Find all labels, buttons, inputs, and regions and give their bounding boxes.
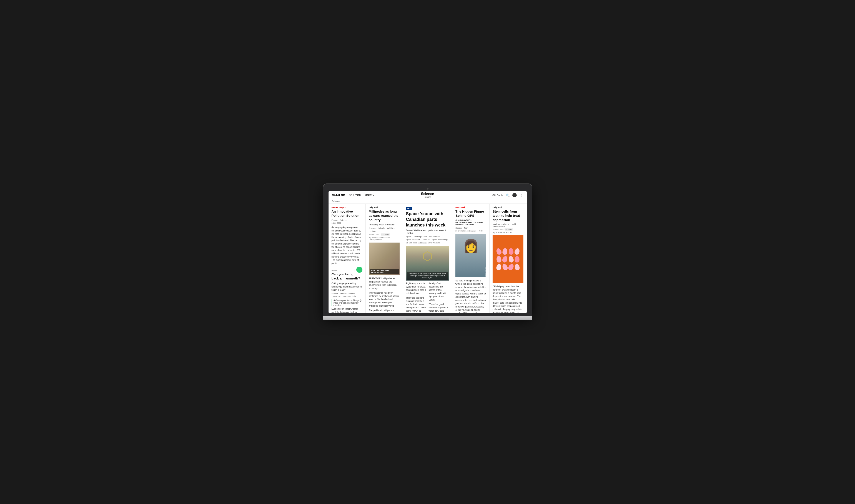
article-tags-1b: Science · Animals · Wildlife (332, 292, 363, 295)
article-date-2: 21 Dec 2021 (369, 233, 380, 236)
article-meta-5: 21 Dec 2021 +8 more By ROGER DOBSON (492, 228, 523, 234)
tag-dot2: · (386, 227, 386, 229)
article-date-3: 21 Dec 2021 (406, 242, 417, 244)
article-body-1b: Cutting-edge gene-editing technology mig… (332, 282, 363, 292)
article-body-1c: Ever since Michael Crichton published Ju… (332, 307, 363, 313)
fossil-image-label: HOW THE CREATURE MEASURES UP (370, 269, 399, 274)
col1b-menu-icon[interactable]: ⋮ (353, 269, 356, 272)
webb-telescope-image: ⬡ Technicians lift the mirror of the Jam… (406, 246, 449, 281)
camera (427, 188, 429, 190)
tag-wildlife: Wildlife (387, 227, 394, 229)
source-logo-3: BBC (406, 208, 412, 210)
article-body-2b: Their existence has been confirmed by an… (369, 291, 400, 307)
nav-more[interactable]: MORE ▾ (365, 194, 374, 197)
article-more-tags-4: +1 more (467, 230, 476, 232)
laptop-base (323, 316, 532, 320)
content-area: ⋮ Reader's Digest An Innovative Pollutio… (329, 204, 527, 313)
avatar[interactable] (512, 193, 517, 197)
gladys-avatar: 👩 (463, 238, 479, 254)
webb-image-caption: Technicians lift the mirror of the James… (407, 272, 448, 280)
col1-menu-icon[interactable]: ⋮ (361, 206, 364, 210)
article-body-3b: Three are the right distance from their … (406, 296, 426, 313)
article-body-2c: The prehistoric millipede is believed to… (369, 309, 400, 313)
page-subtitle: Canada (421, 196, 434, 198)
article-col-5: ⋮ Daily Mail Stem cells from teeth to he… (490, 204, 526, 313)
article-date-1: 1 Jan 2022 (332, 222, 341, 224)
page-title: Science (421, 192, 434, 196)
col3-menu-icon[interactable]: ⋮ (448, 206, 450, 210)
laptop-container: CATALOG FOR YOU MORE ▾ Science Canada Gi… (323, 184, 532, 320)
app-header: CATALOG FOR YOU MORE ▾ Science Canada Gi… (329, 191, 527, 199)
article-author-4: — M.G. (476, 230, 483, 232)
article-author-3: BOB WEBER (428, 242, 440, 244)
nav-for-you[interactable]: FOR YOU (349, 194, 361, 197)
screen-bezel: CATALOG FOR YOU MORE ▾ Science Canada Gi… (323, 184, 532, 316)
article-meta-2: 21 Dec 2021 +15 more By Victoria Allen S… (369, 233, 400, 241)
source-logo-5: Daily Mail (492, 206, 523, 209)
tag-science-3: Science (423, 239, 430, 241)
tag-dot-3d: · (431, 239, 431, 241)
read-more-btn-1[interactable]: → (356, 267, 363, 273)
article-date-4: 24 Dec 2021 (455, 230, 467, 232)
nav-more-label: MORE (365, 194, 373, 197)
tag-zoology: Zoology (369, 230, 376, 232)
tag-science: Science (369, 227, 376, 229)
article-body-4a: It's hard to imagine a world without the… (455, 279, 486, 313)
tag-space-tech: Space Technology (432, 239, 448, 241)
article-body-1: Growing up kayaking around the southwest… (332, 226, 363, 265)
source-logo-2: Daily Mail (369, 206, 400, 209)
tag-space-research: Space Research (406, 239, 420, 241)
gladys-west-image: 👩 FIGURE GETTY (455, 234, 486, 277)
article-title-4: The Hidden Figure Behind GPS (455, 209, 486, 218)
article-body-3c: density. Could oceans lap the shores of … (429, 282, 449, 301)
article-title-3: Space 'scope with Canadian parts launche… (406, 211, 449, 228)
article-subtitle-2: Amazing fossil find North (369, 223, 400, 226)
source-logo-4: Newsweek (455, 206, 486, 209)
search-icon[interactable]: 🔍 (506, 193, 510, 197)
article-tags-1: Ecology · Science (332, 219, 363, 221)
more-options-icon[interactable]: ⋮ (519, 193, 523, 197)
article-author-1b: Henry Nicholls (344, 295, 356, 298)
tag-dot-3b: · (441, 236, 441, 238)
article-col-4: ⋮ Newsweek The Hidden Figure Behind GPS … (452, 204, 490, 313)
photo-credit: FIGURE GETTY (485, 267, 486, 277)
article-body-3a: Right now, in a solar system far, far aw… (406, 282, 426, 295)
source-logo-1: Reader's Digest (332, 206, 363, 209)
article-meta-1: 1 Jan 2022 (332, 222, 363, 224)
col5-menu-icon[interactable]: ⋮ (522, 206, 525, 210)
article-title-5: Stem cells from teeth to help treat depr… (492, 209, 523, 222)
article-meta-4: 24 Dec 2021 +1 more — M.G. (455, 230, 486, 232)
article-meta-3: 21 Dec 2021 +23 more BOB WEBER (406, 242, 449, 244)
article-more-tags-5: +8 more (505, 228, 513, 231)
article-title-1: An Innovative Pollution Solution (332, 209, 363, 218)
article-tags-5: Medicine · Science · Health · Mental Hea… (492, 223, 523, 228)
article-col-2: ⋮ Daily Mail Millipedes as long as cars … (366, 204, 403, 313)
col4-menu-icon[interactable]: ⋮ (485, 206, 488, 210)
article-body-2a: PREDATORY millipedes as long as cars roa… (369, 277, 400, 290)
tag-dot: · (377, 227, 377, 229)
article-col-3: ⋮ BBC Space 'scope with Canadian parts l… (403, 204, 452, 313)
screen: CATALOG FOR YOU MORE ▾ Science Canada Gi… (329, 191, 527, 313)
candy-grid (494, 246, 522, 272)
article-body-5: DEnTal pulp taken from the centre of ext… (492, 285, 523, 313)
article-meta-1b: 16 Dec 2021 Henry Nicholls (332, 295, 363, 298)
tag-animals: Animals (378, 227, 385, 229)
fossil-image: HOW THE CREATURE MEASURES UP (369, 242, 400, 275)
article-tags-3: Space · Telescopes and Observatories · S… (406, 236, 449, 241)
tag-telescopes: Telescopes and Observatories (414, 236, 440, 238)
article-author-5: By ROGER DOBSON (492, 232, 512, 234)
article-quote-1b: Asian elephants could supply eggs and ac… (332, 299, 363, 306)
tag-dot-3a: · (412, 236, 413, 238)
chevron-down-icon: ▾ (373, 194, 374, 196)
nav-catalog[interactable]: CATALOG (332, 194, 345, 197)
article-date-5: 21 Dec 2021 (492, 229, 504, 231)
article-subtitle-3: James Webb telescope is successor to Hub… (406, 229, 449, 234)
article-author-2: By Victoria Allen Science Correspondent (369, 236, 400, 241)
col2-menu-icon[interactable]: ⋮ (398, 206, 401, 210)
gift-cards-button[interactable]: Gift Cards (492, 194, 503, 197)
article-tags-4: Science · Tech (455, 227, 486, 229)
tag-space: Space (406, 236, 412, 238)
article-subtitle-4: GLADYS WEST — MATHEMATICIAN, U.S. NAVAL … (455, 219, 486, 226)
article-more-tags-3: +23 more (418, 242, 427, 244)
article-title-1b: Can you bring back a mammoth? (332, 272, 363, 281)
